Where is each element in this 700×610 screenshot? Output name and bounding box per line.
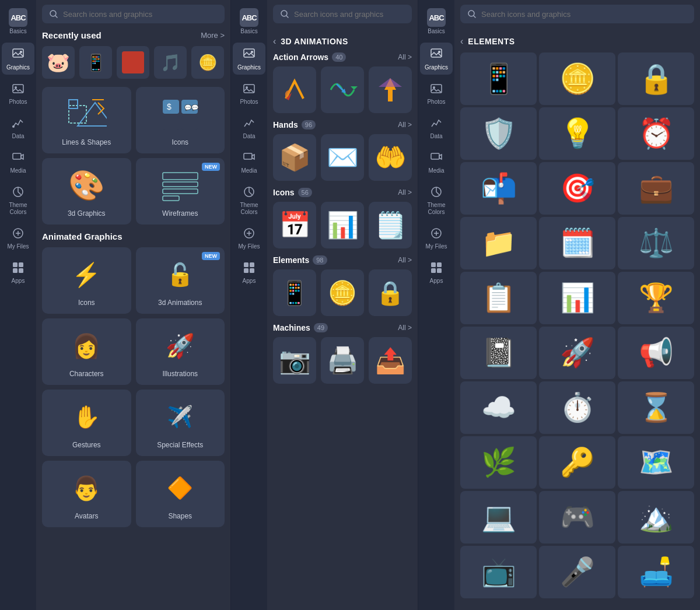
sidebar-item-apps-left[interactable]: Apps — [2, 256, 34, 288]
icons-mid-all[interactable]: All > — [398, 188, 412, 197]
elem-14[interactable]: 🏆 — [618, 272, 694, 324]
sidebar-item-theme-mid[interactable]: Theme Colors — [233, 180, 265, 219]
elem-21[interactable]: 🌿 — [460, 436, 537, 489]
recently-item-0[interactable]: 🐷 — [42, 46, 75, 79]
hands-all[interactable]: All > — [398, 121, 412, 129]
sidebar-item-media-left[interactable]: Media — [2, 146, 34, 178]
elem-26[interactable]: 🏔️ — [618, 491, 694, 544]
elem-4[interactable]: 💡 — [539, 107, 615, 160]
mid-search-bar[interactable] — [273, 5, 412, 23]
elem-24[interactable]: 💻 — [460, 491, 537, 544]
elem-3[interactable]: 🛡️ — [460, 107, 537, 160]
anim-3d[interactable]: NEW 🔓 3d Animations — [136, 247, 225, 314]
elem-2[interactable]: 🔒 — [618, 52, 694, 105]
elem-12[interactable]: 📋 — [460, 272, 537, 324]
more-link[interactable]: More > — [201, 31, 225, 40]
anim-illustrations[interactable]: 🚀 Illustrations — [136, 318, 225, 385]
elem-17[interactable]: 📢 — [618, 327, 694, 379]
left-search-bar[interactable] — [42, 5, 225, 23]
elem-28[interactable]: 🎤 — [539, 546, 615, 598]
anim-avatars[interactable]: 👨 Avatars — [42, 461, 131, 527]
elem-16[interactable]: 🚀 — [539, 327, 615, 379]
sidebar-item-photos-left[interactable]: Photos — [2, 77, 34, 109]
svg-rect-10 — [13, 268, 18, 273]
category-lines-shapes[interactable]: Lines & Shapes — [42, 87, 131, 153]
action-arrows-all[interactable]: All > — [398, 53, 412, 61]
elem-10[interactable]: 🗓️ — [539, 217, 615, 269]
elem-27[interactable]: 📺 — [460, 546, 537, 598]
sidebar-item-graphics-left[interactable]: Graphics — [2, 43, 34, 75]
sidebar-item-graphics-right[interactable]: Graphics — [420, 43, 453, 75]
arrow-item-0[interactable] — [273, 66, 316, 113]
elem-23[interactable]: 🗺️ — [618, 436, 694, 489]
elem-mid-0[interactable]: 📱 — [273, 269, 316, 316]
elem-mid-1[interactable]: 🪙 — [321, 269, 364, 316]
sidebar-item-data-right[interactable]: Data — [420, 111, 453, 143]
sidebar-item-files-left[interactable]: My Files — [2, 222, 34, 254]
sidebar-item-files-right[interactable]: My Files — [420, 222, 453, 254]
right-panel-nav: ‹ ELEMENTS — [454, 28, 700, 52]
anim-characters[interactable]: 👩 Characters — [42, 318, 131, 385]
sidebar-item-photos-mid[interactable]: Photos — [233, 77, 265, 109]
sidebar-item-apps-right[interactable]: Apps — [420, 256, 453, 288]
elem-15[interactable]: 📓 — [460, 327, 537, 379]
sidebar-item-photos-right[interactable]: Photos — [420, 77, 453, 109]
elem-20[interactable]: ⌛ — [618, 381, 694, 434]
machine-2[interactable]: 📤 — [369, 337, 412, 384]
machine-1[interactable]: 🖨️ — [321, 337, 364, 384]
hand-item-2[interactable]: 🤲 — [369, 134, 412, 181]
right-search-input[interactable] — [481, 10, 687, 19]
elem-11[interactable]: ⚖️ — [618, 217, 694, 269]
anim-special-effects[interactable]: ✈️ Special Effects — [136, 390, 225, 456]
category-icons[interactable]: $ 💬💬 Icons — [136, 87, 225, 153]
elements-mid-all[interactable]: All > — [398, 256, 412, 264]
arrow-item-1[interactable] — [321, 66, 364, 113]
sidebar-item-data-left[interactable]: Data — [2, 111, 34, 143]
elem-18[interactable]: ☁️ — [460, 381, 537, 434]
elem-1[interactable]: 🪙 — [539, 52, 615, 105]
mid-back-btn[interactable]: ‹ — [273, 36, 276, 47]
elem-5[interactable]: ⏰ — [618, 107, 694, 160]
elem-25[interactable]: 🎮 — [539, 491, 615, 544]
anim-shapes[interactable]: 🔶 Shapes — [136, 461, 225, 527]
recently-item-4[interactable]: 🪙 — [191, 46, 224, 79]
sidebar-item-data-mid[interactable]: Data — [233, 111, 265, 143]
elem-7[interactable]: 🎯 — [539, 162, 615, 215]
recently-item-2[interactable] — [117, 46, 149, 79]
sidebar-item-theme-right[interactable]: Theme Colors — [420, 180, 453, 219]
sidebar-item-files-mid[interactable]: My Files — [233, 222, 265, 254]
elem-9[interactable]: 📁 — [460, 217, 537, 269]
hand-item-0[interactable]: 📦 — [273, 134, 316, 181]
machine-0[interactable]: 📷 — [273, 337, 316, 384]
anim-gestures[interactable]: ✋ Gestures — [42, 390, 131, 456]
left-search-input[interactable] — [63, 10, 218, 19]
sidebar-item-media-right[interactable]: Media — [420, 146, 453, 178]
category-3d-graphics[interactable]: 🎨 3d Graphics — [42, 158, 131, 225]
hand-item-1[interactable]: ✉️ — [321, 134, 364, 181]
category-wireframes[interactable]: NEW Wireframes — [136, 158, 225, 225]
elem-8[interactable]: 💼 — [618, 162, 694, 215]
arrow-item-2[interactable] — [369, 66, 412, 113]
icon-mid-0[interactable]: 📅 — [273, 202, 316, 248]
mid-search-input[interactable] — [294, 10, 405, 19]
icon-mid-1[interactable]: 📊 — [321, 202, 364, 248]
elem-13[interactable]: 📊 — [539, 272, 615, 324]
recently-item-3[interactable]: 🎵 — [154, 46, 187, 79]
recently-used-header: Recently used More > — [42, 30, 225, 40]
right-search-bar[interactable] — [460, 5, 694, 23]
icon-mid-2[interactable]: 🗒️ — [369, 202, 412, 248]
sidebar-item-apps-mid[interactable]: Apps — [233, 256, 265, 288]
elem-22[interactable]: 🔑 — [539, 436, 615, 489]
machines-all[interactable]: All > — [398, 324, 412, 332]
elem-0[interactable]: 📱 — [460, 52, 537, 105]
right-back-btn[interactable]: ‹ — [460, 36, 463, 47]
elem-6[interactable]: 📬 — [460, 162, 537, 215]
elem-mid-2[interactable]: 🔒 — [369, 269, 412, 316]
sidebar-item-graphics-mid[interactable]: Graphics — [233, 43, 265, 75]
anim-icons[interactable]: ⚡ Icons — [42, 247, 131, 314]
elem-19[interactable]: ⏱️ — [539, 381, 615, 434]
sidebar-item-theme-left[interactable]: Theme Colors — [2, 180, 34, 219]
sidebar-item-media-mid[interactable]: Media — [233, 146, 265, 178]
elem-29[interactable]: 🛋️ — [618, 546, 694, 598]
recently-item-1[interactable]: 📱 — [79, 46, 112, 79]
